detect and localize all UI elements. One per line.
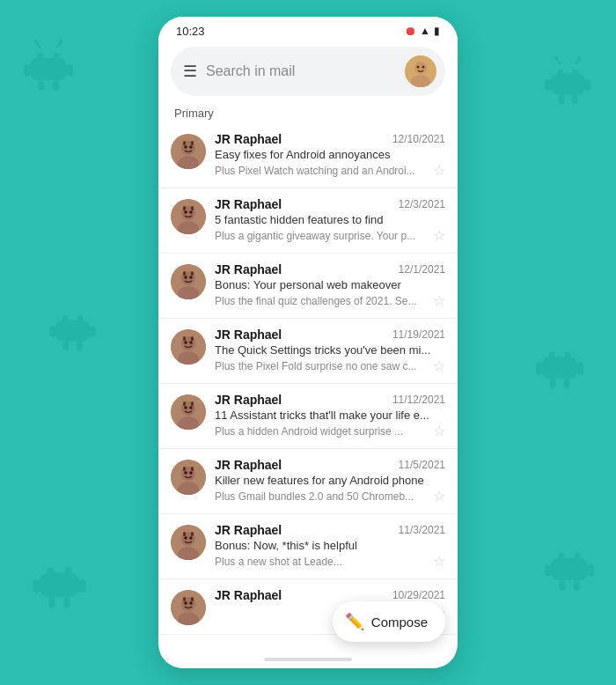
svg-point-54	[422, 66, 425, 69]
email-row1: JR Raphael 12/3/2021	[215, 197, 445, 211]
svg-rect-47	[577, 363, 583, 375]
svg-rect-15	[585, 79, 591, 91]
svg-rect-81	[183, 336, 186, 341]
svg-rect-68	[191, 206, 194, 210]
sender-name: JR Raphael	[215, 132, 282, 146]
email-preview: Plus a hidden Android widget surprise ..…	[215, 425, 429, 438]
email-list-item[interactable]: JR Raphael 11/3/2021 Bonus: Now, *this* …	[158, 514, 458, 579]
email-row1: JR Raphael 11/3/2021	[215, 523, 445, 537]
email-row1: JR Raphael 11/19/2021	[215, 328, 445, 342]
svg-rect-40	[90, 326, 96, 337]
email-content: JR Raphael 12/10/2021 Easy fixes for And…	[215, 132, 445, 179]
email-list-item[interactable]: JR Raphael 12/1/2021 Bonus: Your persona…	[158, 254, 458, 319]
email-date: 11/19/2021	[392, 328, 445, 341]
star-icon[interactable]: ☆	[433, 357, 445, 374]
email-preview: Plus a new shot at Leade...	[215, 556, 429, 568]
email-subject: Bonus: Now, *this* is helpful	[215, 539, 445, 552]
menu-icon[interactable]: ☰	[183, 62, 197, 81]
svg-rect-74	[183, 271, 186, 276]
battery-icon: ▮	[434, 25, 440, 37]
svg-rect-61	[191, 141, 194, 145]
svg-rect-88	[183, 401, 186, 406]
svg-rect-25	[33, 579, 40, 593]
svg-rect-16	[559, 95, 565, 105]
email-date: 12/10/2021	[392, 133, 445, 145]
email-content: JR Raphael 12/3/2021 5 fantastic hidden …	[215, 197, 445, 244]
svg-point-80	[189, 341, 193, 344]
svg-point-107	[184, 601, 187, 605]
svg-rect-49	[564, 379, 570, 388]
svg-rect-67	[183, 206, 186, 210]
star-icon[interactable]: ☆	[433, 423, 445, 439]
svg-rect-3	[24, 64, 30, 77]
svg-rect-26	[79, 579, 86, 593]
email-date: 11/3/2021	[399, 524, 445, 536]
svg-rect-34	[559, 580, 565, 591]
email-list-item[interactable]: JR Raphael 11/5/2021 Killer new features…	[158, 449, 458, 514]
wifi-icon: ▲	[420, 25, 430, 37]
email-preview: Plus Pixel Watch watching and an Androi.…	[215, 165, 429, 177]
svg-rect-27	[48, 597, 55, 608]
sender-name: JR Raphael	[215, 523, 282, 537]
svg-point-79	[184, 341, 187, 344]
svg-rect-38	[55, 320, 90, 342]
status-bar: 10:23 ⏺ ▲ ▮	[158, 17, 458, 41]
svg-point-93	[184, 471, 187, 475]
sender-name: JR Raphael	[215, 328, 282, 342]
sender-avatar	[171, 460, 206, 495]
status-icons: ⏺ ▲ ▮	[404, 24, 440, 38]
sender-avatar	[171, 590, 206, 625]
email-date: 12/1/2021	[399, 263, 445, 276]
svg-rect-35	[574, 580, 580, 591]
star-icon[interactable]: ☆	[433, 227, 445, 244]
email-subject: 11 Assistant tricks that'll make your li…	[215, 409, 445, 422]
svg-rect-14	[546, 79, 552, 91]
svg-point-65	[184, 210, 187, 214]
email-preview-row: Plus a hidden Android widget surprise ..…	[215, 423, 445, 439]
svg-point-100	[184, 536, 187, 540]
svg-rect-75	[191, 271, 194, 276]
svg-rect-17	[572, 95, 578, 105]
svg-rect-109	[183, 597, 186, 601]
star-icon[interactable]: ☆	[433, 162, 445, 179]
star-icon[interactable]: ☆	[433, 553, 445, 570]
email-list-item[interactable]: JR Raphael 12/3/2021 5 fantastic hidden …	[158, 188, 458, 254]
svg-rect-2	[30, 58, 67, 81]
svg-point-66	[189, 210, 193, 214]
search-bar[interactable]: ☰ Search in mail	[171, 47, 445, 96]
email-row1: JR Raphael 11/5/2021	[215, 458, 445, 472]
svg-rect-28	[64, 597, 71, 608]
email-date: 11/5/2021	[399, 459, 445, 471]
svg-point-73	[189, 276, 193, 279]
email-preview-row: Plus the Pixel Fold surprise no one saw …	[215, 357, 445, 374]
email-list-item[interactable]: JR Raphael 11/12/2021 11 Assistant trick…	[158, 384, 458, 449]
svg-rect-46	[536, 363, 542, 375]
star-icon[interactable]: ☆	[433, 488, 445, 505]
svg-point-59	[189, 145, 193, 149]
email-list-item[interactable]: JR Raphael 11/19/2021 The Quick Settings…	[158, 319, 458, 384]
email-preview: Plus Gmail bundles 2.0 and 50 Chromeb...	[215, 490, 429, 503]
svg-point-10	[59, 40, 63, 44]
email-subject: Bonus: Your personal web makeover	[215, 278, 445, 291]
svg-rect-82	[191, 336, 194, 341]
compose-fab[interactable]: ✏️ Compose	[333, 601, 445, 642]
svg-point-87	[189, 406, 193, 409]
email-list-item[interactable]: JR Raphael 12/10/2021 Easy fixes for And…	[158, 123, 458, 188]
email-row1: JR Raphael 12/10/2021	[215, 132, 445, 146]
email-row1: JR Raphael 12/1/2021	[215, 262, 445, 276]
star-icon[interactable]: ☆	[433, 292, 445, 309]
sender-avatar	[171, 264, 206, 299]
sender-avatar	[171, 525, 206, 560]
email-subject: 5 fantastic hidden features to find	[215, 213, 445, 226]
email-row1: JR Raphael 10/29/2021	[215, 588, 445, 602]
email-content: JR Raphael 11/5/2021 Killer new features…	[215, 458, 445, 505]
svg-point-94	[189, 471, 193, 475]
user-avatar[interactable]	[405, 55, 436, 87]
email-list: JR Raphael 12/10/2021 Easy fixes for And…	[158, 123, 458, 651]
sender-avatar	[171, 134, 206, 169]
phone-frame: 10:23 ⏺ ▲ ▮ ☰ Search in mail Primary	[158, 17, 458, 668]
email-date: 11/12/2021	[392, 394, 445, 406]
svg-rect-13	[551, 74, 585, 95]
svg-rect-4	[67, 64, 73, 77]
sender-name: JR Raphael	[215, 588, 282, 602]
